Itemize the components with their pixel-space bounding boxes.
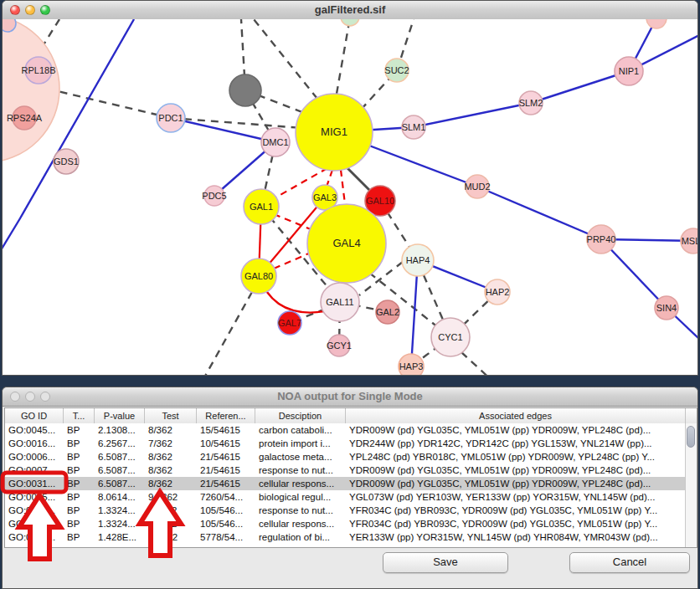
table-cell[interactable]: 21/54615 (197, 464, 255, 477)
edge-blue[interactable] (531, 71, 629, 103)
table-cell[interactable]: 2.1308... (95, 423, 145, 437)
table-cell[interactable]: BP (64, 504, 95, 517)
graph-window-titlebar[interactable]: galFiltered.sif (3, 1, 697, 20)
save-button[interactable]: Save (383, 552, 508, 573)
network-canvas[interactable]: RPL18BRPS24AGDS1PDC1PDC5MIG1SUC2SLM1SLM2… (3, 19, 697, 376)
edge-blue[interactable] (414, 103, 531, 127)
column-header-referen-[interactable]: Referen... (197, 408, 255, 423)
table-cell[interactable]: YPL248C (pd) YBR018C, YML051W (pp) YDR00… (346, 450, 686, 464)
table-cell[interactable]: 8/362 (145, 423, 197, 437)
table-cell[interactable]: 80/362 (145, 530, 197, 544)
table-cell[interactable]: YDR009W (pd) YGL035C, YML051W (pp) YDR00… (346, 423, 686, 437)
edge-gray-dash[interactable] (254, 19, 317, 99)
table-cell[interactable]: 6.5087... (95, 477, 145, 490)
table-cell[interactable]: BP (64, 477, 95, 490)
edge-gray-dash[interactable] (461, 352, 493, 376)
table-cell[interactable]: 5778/54... (197, 530, 255, 544)
edge-gray-dash[interactable] (337, 19, 350, 94)
table-cell[interactable]: YGL073W (pd) YER103W, YER133W (pp) YOR31… (346, 490, 686, 504)
table-cell[interactable]: GO:0016... (5, 437, 64, 450)
table-cell[interactable]: 94/362 (145, 490, 197, 504)
table-cell[interactable]: 1.3324... (95, 517, 145, 530)
table-cell[interactable]: GO:0065... (5, 490, 64, 504)
table-cell[interactable]: GO:0031... (5, 504, 64, 517)
noa-window-titlebar[interactable]: NOA output for Single Mode (3, 387, 697, 407)
table-cell[interactable]: BP (64, 517, 95, 530)
table-cell[interactable]: BP (64, 490, 95, 504)
table-cell[interactable]: BP (64, 423, 95, 437)
table-cell[interactable]: 6.2567... (95, 437, 145, 450)
table-row[interactable]: GO:0007...BP6.5087...8/36221/54615respon… (5, 464, 686, 477)
table-cell[interactable]: 105/546... (197, 504, 255, 517)
table-row[interactable]: GO:0065...BP8.0614...94/3627260/54...bio… (5, 490, 686, 504)
column-header-associated-edges[interactable]: Associated edges (346, 408, 686, 423)
table-cell[interactable]: BP (64, 437, 95, 450)
table-cell[interactable]: BP (64, 450, 95, 464)
table-cell[interactable]: 7260/54... (197, 490, 255, 504)
table-cell[interactable]: 1.428E... (95, 530, 145, 544)
table-cell[interactable]: YFR034C (pd) YBR093C, YDR009W (pd) YGL03… (346, 504, 686, 517)
cancel-button[interactable]: Cancel (569, 552, 690, 573)
node-unlabeled[interactable] (646, 19, 667, 28)
table-row[interactable]: GO:0006...BP6.5087...8/36221/54615galact… (5, 450, 686, 464)
table-cell[interactable]: BP (64, 464, 95, 477)
edge-gray-dash[interactable] (203, 292, 252, 376)
edge-blue[interactable] (477, 187, 601, 239)
table-cell[interactable]: YDR009W (pd) YGL035C, YML051W (pp) YDR00… (346, 477, 686, 490)
column-header-t-[interactable]: T... (64, 408, 95, 423)
table-cell[interactable]: GO:0050... (5, 530, 64, 544)
column-header-test[interactable]: Test (145, 408, 197, 423)
table-cell[interactable]: 6.5087... (95, 464, 145, 477)
table-row[interactable]: GO:0045...BP2.1308...8/36215/54615carbon… (5, 423, 686, 437)
table-cell[interactable]: 8/362 (145, 477, 197, 490)
edge-blue[interactable] (411, 273, 417, 366)
table-row[interactable]: GO:0031...BP1.3324...11/362105/546...cel… (5, 517, 686, 530)
table-cell[interactable]: biological regul... (255, 490, 346, 504)
table-cell[interactable]: YFR034C (pd) YBR093C, YDR009W (pd) YGL03… (346, 517, 686, 530)
table-cell[interactable]: 15/54615 (197, 423, 255, 437)
scrollbar-thumb[interactable] (687, 426, 695, 448)
table-cell[interactable]: 21/54615 (197, 450, 255, 464)
table-cell[interactable]: 11/362 (145, 504, 197, 517)
table-row[interactable]: GO:0031...BP1.3324...11/362105/546...res… (5, 504, 686, 517)
node-unlabeled[interactable] (3, 19, 59, 162)
table-cell[interactable]: response to nut... (255, 464, 346, 477)
table-cell[interactable]: GO:0045... (5, 423, 64, 437)
table-cell[interactable]: 7/362 (145, 437, 197, 450)
table-cell[interactable]: 6.5087... (95, 450, 145, 464)
column-header-desciption[interactable]: Desciption (255, 408, 346, 423)
table-cell[interactable]: 10/54615 (197, 437, 255, 450)
table-row[interactable]: GO:0050...BP1.428E...80/3625778/54...reg… (5, 530, 686, 544)
edge-red-dash[interactable] (341, 170, 345, 204)
table-row[interactable]: GO:0016...BP6.2567...7/36210/54615protei… (5, 437, 686, 450)
edge-gray-dash[interactable] (47, 89, 171, 118)
table-cell[interactable]: GO:0007... (5, 464, 64, 477)
table-cell[interactable]: 105/546... (197, 517, 255, 530)
table-cell[interactable]: galactose meta... (255, 450, 346, 464)
table-cell[interactable]: 8/362 (145, 450, 197, 464)
table-cell[interactable]: GO:0031... (5, 477, 64, 490)
table-cell[interactable]: YDR009W (pd) YGL035C, YML051W (pp) YDR00… (346, 464, 686, 477)
table-cell[interactable]: 8.0614... (95, 490, 145, 504)
table-cell[interactable]: 1.3324... (95, 504, 145, 517)
column-header-p-value[interactable]: P-value (95, 408, 145, 423)
table-cell[interactable]: carbon cataboli... (255, 423, 346, 437)
table-cell[interactable]: protein import i... (255, 437, 346, 450)
table-cell[interactable]: 11/362 (145, 517, 197, 530)
node-unlabeled[interactable] (229, 74, 261, 106)
column-header-go-id[interactable]: GO ID (5, 408, 64, 423)
table-cell[interactable]: YER133W (pp) YOR315W, YNL145W (pd) YHR08… (346, 530, 686, 544)
vertical-scrollbar[interactable] (685, 423, 697, 547)
table-cell[interactable]: 8/362 (145, 464, 197, 477)
table-cell[interactable]: BP (64, 530, 95, 544)
table-cell[interactable]: response to nut... (255, 504, 346, 517)
table-cell[interactable]: GO:0031... (5, 517, 64, 530)
table-cell[interactable]: regulation of bi... (255, 530, 346, 544)
edge-blue[interactable] (171, 118, 275, 142)
table-cell[interactable]: cellular respons... (255, 517, 346, 530)
table-cell[interactable]: YDR244W (pp) YDR142C, YDR142C (pp) YGL15… (346, 437, 686, 450)
table-row[interactable]: GO:0031...BP6.5087...8/36221/54615cellul… (5, 477, 686, 490)
table-cell[interactable]: 21/54615 (197, 477, 255, 490)
node-unlabeled[interactable] (341, 19, 359, 26)
table-cell[interactable]: cellular respons... (255, 477, 346, 490)
